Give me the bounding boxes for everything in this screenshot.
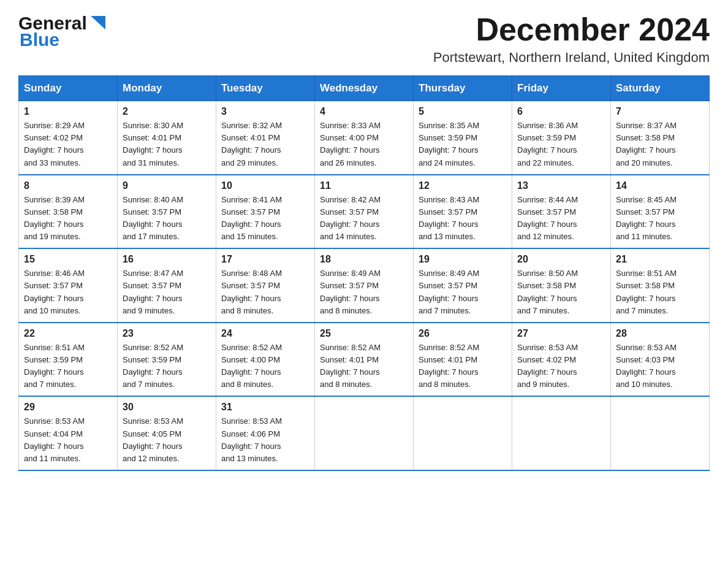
sunrise-label: Sunrise: 8:42 AM bbox=[320, 195, 381, 204]
daylight-label: Daylight: 7 hours bbox=[616, 145, 676, 155]
table-row: 27 Sunrise: 8:53 AM Sunset: 4:02 PM Dayl… bbox=[512, 323, 611, 397]
daylight-minutes: and 8 minutes. bbox=[419, 380, 471, 389]
table-row: 17 Sunrise: 8:48 AM Sunset: 3:57 PM Dayl… bbox=[216, 248, 315, 323]
day-number: 17 bbox=[221, 254, 309, 265]
daylight-label: Daylight: 7 hours bbox=[123, 145, 183, 155]
table-row: 2 Sunrise: 8:30 AM Sunset: 4:01 PM Dayli… bbox=[118, 101, 216, 175]
daylight-label: Daylight: 7 hours bbox=[221, 367, 281, 377]
daylight-minutes: and 14 minutes. bbox=[320, 232, 377, 241]
sunrise-label: Sunrise: 8:49 AM bbox=[320, 269, 381, 278]
day-info: Sunrise: 8:39 AM Sunset: 3:58 PM Dayligh… bbox=[24, 194, 112, 243]
sunset-label: Sunset: 4:02 PM bbox=[517, 355, 576, 364]
day-info: Sunrise: 8:53 AM Sunset: 4:03 PM Dayligh… bbox=[616, 342, 704, 391]
daylight-label: Daylight: 7 hours bbox=[123, 220, 183, 229]
daylight-label: Daylight: 7 hours bbox=[320, 145, 380, 155]
day-number: 8 bbox=[24, 180, 112, 191]
table-row: 3 Sunrise: 8:32 AM Sunset: 4:01 PM Dayli… bbox=[216, 101, 315, 175]
header-saturday: Saturday bbox=[611, 76, 710, 101]
day-number: 19 bbox=[419, 254, 507, 265]
daylight-label: Daylight: 7 hours bbox=[517, 367, 577, 377]
day-info: Sunrise: 8:35 AM Sunset: 3:59 PM Dayligh… bbox=[419, 120, 507, 169]
sunrise-label: Sunrise: 8:40 AM bbox=[123, 195, 183, 204]
calendar-table: Sunday Monday Tuesday Wednesday Thursday… bbox=[18, 75, 710, 471]
daylight-label: Daylight: 7 hours bbox=[616, 367, 676, 377]
sunset-label: Sunset: 3:57 PM bbox=[123, 207, 181, 216]
day-number: 9 bbox=[123, 180, 211, 191]
calendar-week-row: 1 Sunrise: 8:29 AM Sunset: 4:02 PM Dayli… bbox=[19, 101, 710, 175]
sunset-label: Sunset: 3:59 PM bbox=[24, 355, 83, 364]
daylight-label: Daylight: 7 hours bbox=[221, 442, 281, 451]
table-row: 11 Sunrise: 8:42 AM Sunset: 3:57 PM Dayl… bbox=[315, 175, 414, 249]
day-info: Sunrise: 8:53 AM Sunset: 4:04 PM Dayligh… bbox=[24, 415, 112, 465]
sunrise-label: Sunrise: 8:43 AM bbox=[419, 195, 479, 204]
daylight-label: Daylight: 7 hours bbox=[419, 220, 479, 229]
sunset-label: Sunset: 3:58 PM bbox=[616, 281, 675, 290]
sunset-label: Sunset: 4:00 PM bbox=[320, 133, 379, 142]
sunrise-label: Sunrise: 8:52 AM bbox=[221, 343, 282, 352]
sunset-label: Sunset: 3:59 PM bbox=[123, 355, 181, 364]
sunset-label: Sunset: 3:57 PM bbox=[419, 281, 477, 290]
sunrise-label: Sunrise: 8:32 AM bbox=[221, 121, 282, 130]
table-row: 20 Sunrise: 8:50 AM Sunset: 3:58 PM Dayl… bbox=[512, 248, 611, 323]
sunrise-label: Sunrise: 8:44 AM bbox=[517, 195, 578, 204]
logo-blue: Blue bbox=[20, 29, 59, 50]
calendar-week-row: 29 Sunrise: 8:53 AM Sunset: 4:04 PM Dayl… bbox=[19, 396, 710, 470]
day-info: Sunrise: 8:32 AM Sunset: 4:01 PM Dayligh… bbox=[221, 120, 309, 169]
day-number: 21 bbox=[616, 254, 704, 265]
daylight-minutes: and 17 minutes. bbox=[123, 232, 180, 241]
sunrise-label: Sunrise: 8:45 AM bbox=[616, 195, 677, 204]
sunrise-label: Sunrise: 8:41 AM bbox=[221, 195, 282, 204]
sunrise-label: Sunrise: 8:30 AM bbox=[123, 121, 183, 130]
day-info: Sunrise: 8:43 AM Sunset: 3:57 PM Dayligh… bbox=[419, 194, 507, 243]
day-number: 29 bbox=[24, 402, 112, 413]
sunset-label: Sunset: 4:01 PM bbox=[123, 133, 181, 142]
day-info: Sunrise: 8:53 AM Sunset: 4:06 PM Dayligh… bbox=[221, 415, 309, 465]
day-info: Sunrise: 8:36 AM Sunset: 3:59 PM Dayligh… bbox=[517, 120, 605, 169]
sunrise-label: Sunrise: 8:53 AM bbox=[221, 416, 282, 426]
table-row: 31 Sunrise: 8:53 AM Sunset: 4:06 PM Dayl… bbox=[216, 396, 315, 470]
day-number: 26 bbox=[419, 328, 507, 339]
table-row: 6 Sunrise: 8:36 AM Sunset: 3:59 PM Dayli… bbox=[512, 101, 611, 175]
table-row bbox=[414, 396, 512, 470]
sunrise-label: Sunrise: 8:53 AM bbox=[123, 416, 183, 426]
daylight-label: Daylight: 7 hours bbox=[320, 220, 380, 229]
daylight-minutes: and 20 minutes. bbox=[616, 158, 673, 167]
sunset-label: Sunset: 4:04 PM bbox=[24, 429, 83, 439]
sunrise-label: Sunrise: 8:39 AM bbox=[24, 195, 85, 204]
sunset-label: Sunset: 3:57 PM bbox=[616, 207, 675, 216]
sunset-label: Sunset: 3:57 PM bbox=[123, 281, 181, 290]
daylight-minutes: and 13 minutes. bbox=[221, 454, 278, 463]
table-row: 25 Sunrise: 8:52 AM Sunset: 4:01 PM Dayl… bbox=[315, 323, 414, 397]
daylight-minutes: and 11 minutes. bbox=[24, 454, 81, 463]
day-info: Sunrise: 8:50 AM Sunset: 3:58 PM Dayligh… bbox=[517, 267, 605, 317]
sunrise-label: Sunrise: 8:52 AM bbox=[123, 343, 183, 352]
daylight-label: Daylight: 7 hours bbox=[221, 220, 281, 229]
day-info: Sunrise: 8:49 AM Sunset: 3:57 PM Dayligh… bbox=[419, 267, 507, 317]
table-row: 5 Sunrise: 8:35 AM Sunset: 3:59 PM Dayli… bbox=[414, 101, 512, 175]
daylight-minutes: and 7 minutes. bbox=[24, 380, 76, 389]
daylight-label: Daylight: 7 hours bbox=[616, 220, 676, 229]
sunset-label: Sunset: 4:00 PM bbox=[221, 355, 280, 364]
table-row: 21 Sunrise: 8:51 AM Sunset: 3:58 PM Dayl… bbox=[611, 248, 710, 323]
day-number: 11 bbox=[320, 180, 408, 191]
sunset-label: Sunset: 4:06 PM bbox=[221, 429, 280, 439]
sunrise-label: Sunrise: 8:52 AM bbox=[419, 343, 479, 352]
sunset-label: Sunset: 3:57 PM bbox=[221, 281, 280, 290]
daylight-minutes: and 33 minutes. bbox=[24, 158, 81, 167]
day-info: Sunrise: 8:52 AM Sunset: 4:01 PM Dayligh… bbox=[320, 342, 408, 391]
day-number: 23 bbox=[123, 328, 211, 339]
daylight-label: Daylight: 7 hours bbox=[419, 367, 479, 377]
sunset-label: Sunset: 3:59 PM bbox=[517, 133, 576, 142]
day-number: 22 bbox=[24, 328, 112, 339]
sunrise-label: Sunrise: 8:47 AM bbox=[123, 269, 183, 278]
daylight-label: Daylight: 7 hours bbox=[517, 294, 577, 303]
table-row: 23 Sunrise: 8:52 AM Sunset: 3:59 PM Dayl… bbox=[118, 323, 216, 397]
table-row: 4 Sunrise: 8:33 AM Sunset: 4:00 PM Dayli… bbox=[315, 101, 414, 175]
sunset-label: Sunset: 4:02 PM bbox=[24, 133, 83, 142]
daylight-label: Daylight: 7 hours bbox=[419, 294, 479, 303]
sunset-label: Sunset: 3:57 PM bbox=[320, 281, 379, 290]
daylight-minutes: and 31 minutes. bbox=[123, 158, 180, 167]
sunset-label: Sunset: 4:03 PM bbox=[616, 355, 675, 364]
calendar-week-row: 8 Sunrise: 8:39 AM Sunset: 3:58 PM Dayli… bbox=[19, 175, 710, 249]
daylight-minutes: and 7 minutes. bbox=[517, 306, 569, 315]
